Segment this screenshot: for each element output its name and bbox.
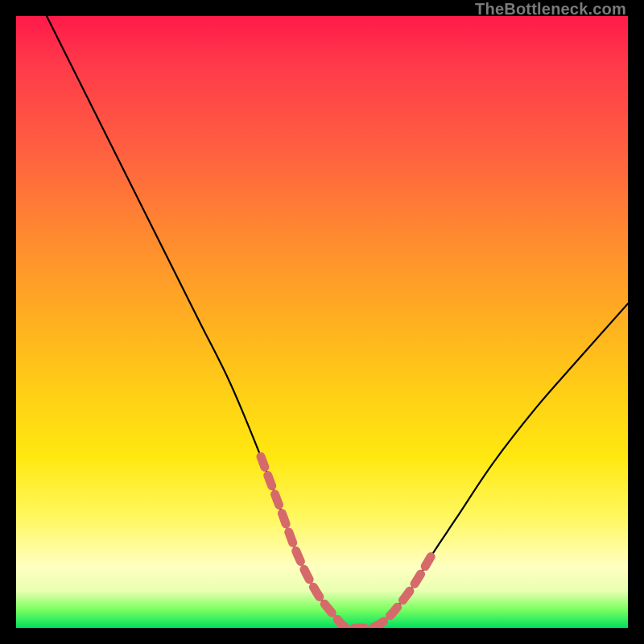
valley-highlight xyxy=(261,456,432,628)
plot-area xyxy=(16,16,628,628)
bottleneck-curve xyxy=(47,16,628,628)
curve-layer xyxy=(16,16,628,628)
chart-stage: TheBottleneck.com xyxy=(0,0,644,644)
